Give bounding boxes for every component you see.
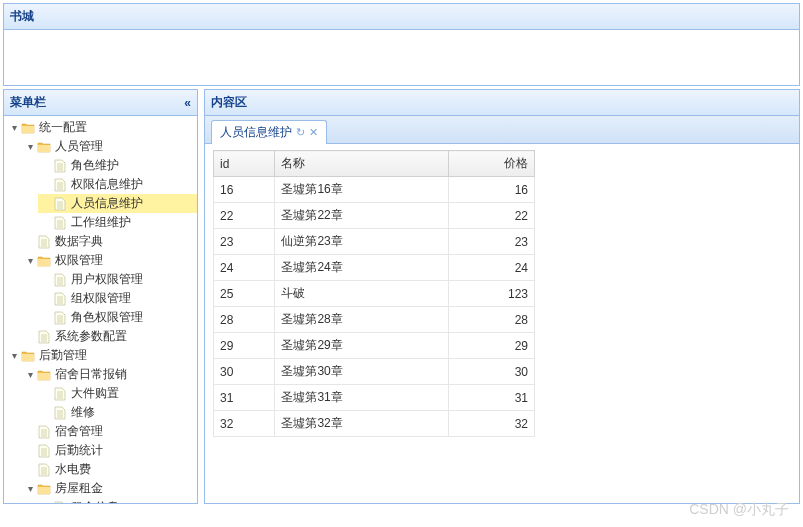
cell-id: 31 [214, 385, 275, 411]
cell-id: 23 [214, 229, 275, 255]
file-icon [52, 387, 68, 401]
tree-item[interactable]: 后勤统计 [22, 441, 197, 460]
tree-node-label: 权限信息维护 [70, 176, 143, 193]
expand-toggle-icon[interactable]: ▾ [24, 252, 36, 269]
column-header-price[interactable]: 价格 [448, 151, 534, 177]
tree-item[interactable]: 系统参数配置 [22, 327, 197, 346]
table-row[interactable]: 30圣墟第30章30 [214, 359, 535, 385]
tree-node-label: 用户权限管理 [70, 271, 143, 288]
tree-node-label: 宿舍日常报销 [54, 366, 127, 383]
folder-open-icon [20, 349, 36, 363]
cell-id: 28 [214, 307, 275, 333]
tree-node-label: 系统参数配置 [54, 328, 127, 345]
table-row[interactable]: 32圣墟第32章32 [214, 411, 535, 437]
expand-toggle-icon[interactable]: ▾ [24, 480, 36, 497]
nav-tree: ▾统一配置▾人员管理角色维护权限信息维护人员信息维护工作组维护数据字典▾权限管理… [4, 118, 197, 504]
top-panel: 书城 [3, 3, 800, 86]
table-row[interactable]: 22圣墟第22章22 [214, 203, 535, 229]
file-icon [36, 444, 52, 458]
tree-item[interactable]: 工作组维护 [38, 213, 197, 232]
cell-name: 圣墟第32章 [275, 411, 448, 437]
tab-label: 人员信息维护 [220, 124, 292, 141]
file-icon [36, 330, 52, 344]
cell-price: 31 [448, 385, 534, 411]
folder-open-icon [36, 140, 52, 154]
tree-node-label: 组权限管理 [70, 290, 131, 307]
cell-price: 24 [448, 255, 534, 281]
tree-item[interactable]: 宿舍管理 [22, 422, 197, 441]
table-row[interactable]: 29圣墟第29章29 [214, 333, 535, 359]
main-row: 菜单栏 « ▾统一配置▾人员管理角色维护权限信息维护人员信息维护工作组维护数据字… [3, 89, 800, 504]
tree-node-label: 角色维护 [70, 157, 119, 174]
tree-item[interactable]: 维修 [38, 403, 197, 422]
tree-node-label: 大件购置 [70, 385, 119, 402]
cell-name: 斗破 [275, 281, 448, 307]
tree-node-label: 人员管理 [54, 138, 103, 155]
cell-price: 16 [448, 177, 534, 203]
tree-node-label: 后勤管理 [38, 347, 87, 364]
table-row[interactable]: 25斗破123 [214, 281, 535, 307]
folder-open-icon [36, 482, 52, 496]
tree-node-label: 人员信息维护 [70, 195, 143, 212]
cell-id: 24 [214, 255, 275, 281]
sidebar-panel: 菜单栏 « ▾统一配置▾人员管理角色维护权限信息维护人员信息维护工作组维护数据字… [3, 89, 198, 504]
tree-folder[interactable]: ▾统一配置 [6, 118, 197, 137]
column-header-name[interactable]: 名称 [275, 151, 448, 177]
expand-toggle-icon[interactable]: ▾ [24, 366, 36, 383]
close-icon[interactable]: ✕ [309, 126, 318, 139]
cell-price: 32 [448, 411, 534, 437]
expand-toggle-icon[interactable]: ▾ [24, 138, 36, 155]
sidebar-title: 菜单栏 [10, 94, 46, 111]
file-icon [36, 235, 52, 249]
folder-open-icon [36, 368, 52, 382]
column-header-id[interactable]: id [214, 151, 275, 177]
tree-item[interactable]: 水电费 [22, 460, 197, 479]
content-body: 人员信息维护 ↻ ✕ id名称价格16圣墟第16章1622圣墟第22章2223仙… [204, 116, 800, 504]
file-icon [52, 501, 68, 505]
file-icon [52, 178, 68, 192]
cell-name: 圣墟第29章 [275, 333, 448, 359]
file-icon [52, 159, 68, 173]
tree-node-label: 水电费 [54, 461, 91, 478]
table-row[interactable]: 28圣墟第28章28 [214, 307, 535, 333]
tab-personnel-info[interactable]: 人员信息维护 ↻ ✕ [211, 120, 327, 144]
file-icon [52, 406, 68, 420]
tree-node-label: 统一配置 [38, 119, 87, 136]
tree-item[interactable]: 人员信息维护 [38, 194, 197, 213]
tree-item[interactable]: 角色维护 [38, 156, 197, 175]
tree-item[interactable]: 角色权限管理 [38, 308, 197, 327]
expand-toggle-icon[interactable]: ▾ [8, 119, 20, 136]
tree-folder[interactable]: ▾后勤管理 [6, 346, 197, 365]
folder-open-icon [36, 254, 52, 268]
table-row[interactable]: 16圣墟第16章16 [214, 177, 535, 203]
top-panel-body [3, 30, 800, 86]
tree-folder[interactable]: ▾宿舍日常报销 [22, 365, 197, 384]
tree-folder[interactable]: ▾人员管理 [22, 137, 197, 156]
tree-item[interactable]: 用户权限管理 [38, 270, 197, 289]
file-icon [52, 311, 68, 325]
tree-item[interactable]: 数据字典 [22, 232, 197, 251]
cell-id: 25 [214, 281, 275, 307]
cell-id: 22 [214, 203, 275, 229]
table-row[interactable]: 31圣墟第31章31 [214, 385, 535, 411]
cell-name: 圣墟第31章 [275, 385, 448, 411]
file-icon [52, 197, 68, 211]
content-title: 内容区 [211, 95, 247, 109]
table-row[interactable]: 24圣墟第24章24 [214, 255, 535, 281]
tree-item[interactable]: 大件购置 [38, 384, 197, 403]
file-icon [36, 425, 52, 439]
expand-toggle-icon[interactable]: ▾ [8, 347, 20, 364]
tree-folder[interactable]: ▾房屋租金 [22, 479, 197, 498]
tree-folder[interactable]: ▾权限管理 [22, 251, 197, 270]
tree-item[interactable]: 组权限管理 [38, 289, 197, 308]
cell-id: 29 [214, 333, 275, 359]
refresh-icon[interactable]: ↻ [296, 126, 305, 139]
cell-name: 圣墟第16章 [275, 177, 448, 203]
tree-node-label: 数据字典 [54, 233, 103, 250]
tree-item[interactable]: 租金信息 [38, 498, 197, 504]
table-row[interactable]: 23仙逆第23章23 [214, 229, 535, 255]
collapse-left-icon[interactable]: « [184, 96, 191, 110]
top-panel-header: 书城 [3, 3, 800, 30]
tree-item[interactable]: 权限信息维护 [38, 175, 197, 194]
tree-node-label: 角色权限管理 [70, 309, 143, 326]
